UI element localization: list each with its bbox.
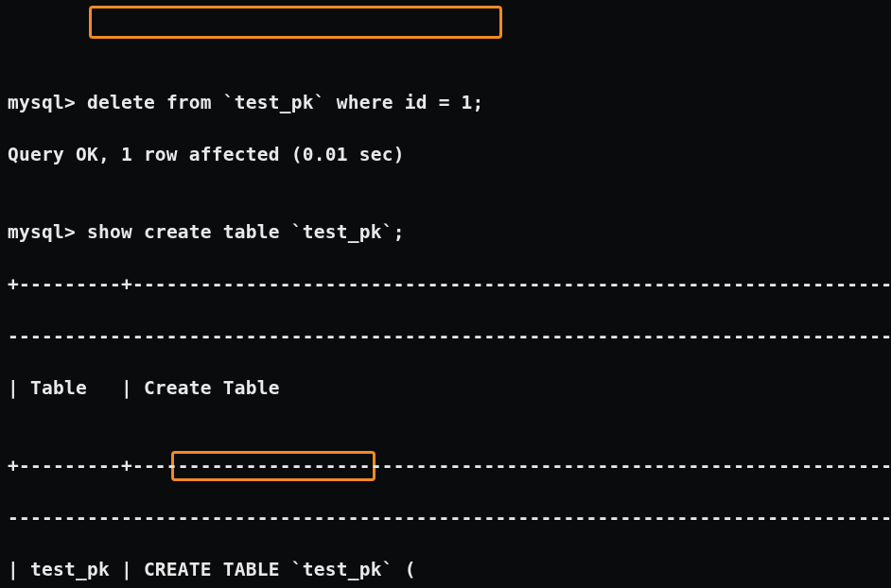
mysql-prompt: mysql> [8, 92, 76, 113]
terminal-line: mysql> show create table `test_pk`; [8, 219, 883, 245]
terminal-line: | test_pk | CREATE TABLE `test_pk` ( [8, 557, 883, 582]
highlight-box-delete-command [89, 6, 502, 39]
terminal-output: mysql> delete from `test_pk` where id = … [0, 0, 891, 588]
terminal-line: Query OK, 1 row affected (0.01 sec) [8, 142, 883, 167]
terminal-line: mysql> delete from `test_pk` where id = … [8, 90, 883, 115]
mysql-prompt: mysql> [8, 221, 76, 243]
terminal-line: ----------------------------------------… [8, 505, 883, 530]
terminal-line: +---------+-----------------------------… [8, 271, 883, 297]
command-text: show create table `test_pk`; [87, 221, 405, 243]
terminal-line: +---------+-----------------------------… [8, 453, 883, 478]
command-text: delete from `test_pk` where id = 1; [87, 92, 484, 113]
terminal-line: ----------------------------------------… [8, 323, 883, 349]
terminal-line: | Table | Create Table [8, 375, 883, 401]
